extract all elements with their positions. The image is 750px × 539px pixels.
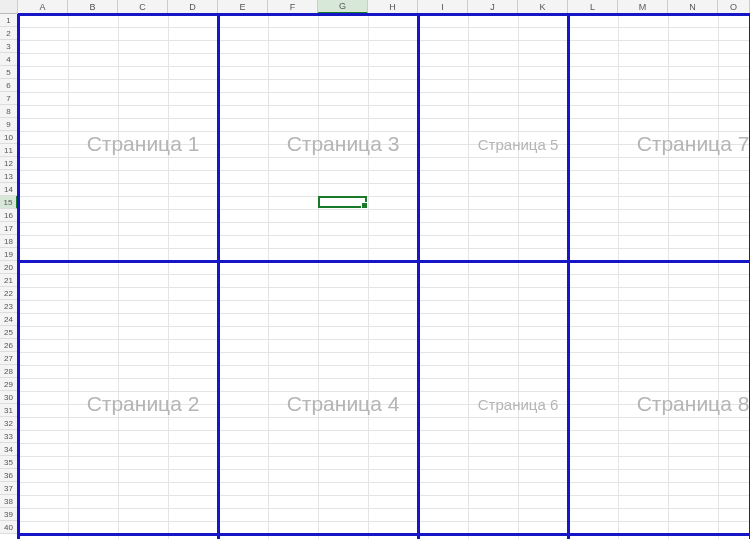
- row-header-7[interactable]: 7: [0, 92, 18, 105]
- row-header-36[interactable]: 36: [0, 469, 18, 482]
- row-header-9[interactable]: 9: [0, 118, 18, 131]
- row-header-4[interactable]: 4: [0, 53, 18, 66]
- column-header-C[interactable]: C: [118, 0, 168, 14]
- row-header-26[interactable]: 26: [0, 339, 18, 352]
- row-header-33[interactable]: 33: [0, 430, 18, 443]
- select-all-corner[interactable]: [0, 0, 18, 14]
- row-header-14[interactable]: 14: [0, 183, 18, 196]
- spreadsheet-page-break-preview: ABCDEFGHIJKLMNO 123456789101112131415161…: [0, 0, 750, 539]
- row-header-38[interactable]: 38: [0, 495, 18, 508]
- row-header-28[interactable]: 28: [0, 365, 18, 378]
- row-header-1[interactable]: 1: [0, 14, 18, 27]
- row-header-19[interactable]: 19: [0, 248, 18, 261]
- row-header-22[interactable]: 22: [0, 287, 18, 300]
- column-header-B[interactable]: B: [68, 0, 118, 14]
- column-header-F[interactable]: F: [268, 0, 318, 14]
- column-header-I[interactable]: I: [418, 0, 468, 14]
- row-header-35[interactable]: 35: [0, 456, 18, 469]
- row-header-13[interactable]: 13: [0, 170, 18, 183]
- row-header-18[interactable]: 18: [0, 235, 18, 248]
- row-header-3[interactable]: 3: [0, 40, 18, 53]
- column-header-M[interactable]: M: [618, 0, 668, 14]
- column-header-G[interactable]: G: [318, 0, 368, 14]
- row-header-15[interactable]: 15: [0, 196, 18, 209]
- column-header-L[interactable]: L: [568, 0, 618, 14]
- cell-grid[interactable]: [18, 14, 750, 539]
- row-header-16[interactable]: 16: [0, 209, 18, 222]
- column-header-N[interactable]: N: [668, 0, 718, 14]
- row-header-39[interactable]: 39: [0, 508, 18, 521]
- row-header-31[interactable]: 31: [0, 404, 18, 417]
- row-header-25[interactable]: 25: [0, 326, 18, 339]
- row-header-34[interactable]: 34: [0, 443, 18, 456]
- column-header-H[interactable]: H: [368, 0, 418, 14]
- column-header-D[interactable]: D: [168, 0, 218, 14]
- column-header-A[interactable]: A: [18, 0, 68, 14]
- row-header-20[interactable]: 20: [0, 261, 18, 274]
- row-header-37[interactable]: 37: [0, 482, 18, 495]
- row-header-10[interactable]: 10: [0, 131, 18, 144]
- column-header-K[interactable]: K: [518, 0, 568, 14]
- row-header-2[interactable]: 2: [0, 27, 18, 40]
- row-header-12[interactable]: 12: [0, 157, 18, 170]
- column-header-J[interactable]: J: [468, 0, 518, 14]
- row-header-6[interactable]: 6: [0, 79, 18, 92]
- column-header-O[interactable]: O: [718, 0, 750, 14]
- row-header-30[interactable]: 30: [0, 391, 18, 404]
- row-header-40[interactable]: 40: [0, 521, 18, 534]
- row-header-5[interactable]: 5: [0, 66, 18, 79]
- row-header-23[interactable]: 23: [0, 300, 18, 313]
- row-header-29[interactable]: 29: [0, 378, 18, 391]
- row-header-32[interactable]: 32: [0, 417, 18, 430]
- column-header-E[interactable]: E: [218, 0, 268, 14]
- row-header-8[interactable]: 8: [0, 105, 18, 118]
- column-headers: ABCDEFGHIJKLMNO: [0, 0, 750, 14]
- row-header-24[interactable]: 24: [0, 313, 18, 326]
- row-header-27[interactable]: 27: [0, 352, 18, 365]
- row-header-17[interactable]: 17: [0, 222, 18, 235]
- row-header-11[interactable]: 11: [0, 144, 18, 157]
- row-header-21[interactable]: 21: [0, 274, 18, 287]
- row-headers: 1234567891011121314151617181920212223242…: [0, 14, 18, 534]
